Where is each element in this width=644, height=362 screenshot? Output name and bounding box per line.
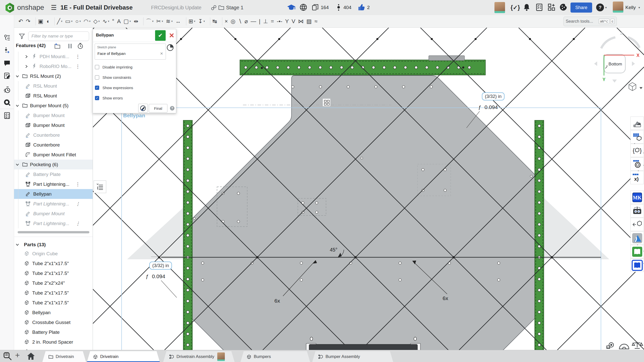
tab-drivetrain[interactable]: Drivetrain bbox=[87, 351, 160, 362]
versions-icon[interactable] bbox=[4, 47, 11, 54]
parallel-tool-icon[interactable]: ∖ bbox=[238, 19, 242, 24]
checkbox-show-expressions[interactable]: ✓Show expressions bbox=[95, 85, 133, 90]
feature-item-bumper-mount-fillet[interactable]: Bumper Mount Fillet bbox=[14, 150, 93, 160]
sketch-name-label[interactable]: Bellypan bbox=[123, 113, 145, 118]
search-tools-box[interactable]: Search tools... alt/⌥ c bbox=[563, 17, 617, 26]
polygon-tool-icon[interactable]: ◇▾ bbox=[93, 19, 100, 24]
feature-menu-icon[interactable]: ⋮ bbox=[76, 64, 80, 69]
tab-drivetrain-assembly[interactable]: Drivetrain Assembly bbox=[163, 351, 235, 362]
parts-header-row[interactable]: Parts (13) bbox=[14, 240, 93, 249]
sketch-plane-field[interactable]: Sketch plane Face of Bellypan ✕ bbox=[95, 44, 166, 60]
feature-item-roborio-mo[interactable]: RoboRIO Mo...⋮ bbox=[14, 61, 93, 71]
view-options-cube-icon[interactable] bbox=[629, 83, 642, 91]
undo-tool-icon[interactable]: ↶ bbox=[18, 19, 23, 24]
feature-item-rsl-mount[interactable]: RSL Mount bbox=[14, 91, 93, 101]
document-title[interactable]: 1E - Full Detail Drivebase bbox=[60, 0, 133, 15]
fix-tool-icon[interactable]: ▨ bbox=[306, 19, 312, 24]
frames-export-app-icon[interactable] bbox=[630, 218, 644, 231]
app-store-icon[interactable] bbox=[548, 4, 555, 11]
versions-count-icon[interactable] bbox=[337, 3, 340, 12]
part-item-2-in-round-spacer[interactable]: 2 in. Round Spacer bbox=[14, 337, 93, 347]
offset-tool-icon[interactable]: ≋▾ bbox=[166, 19, 173, 24]
appearance-app-icon[interactable] bbox=[630, 117, 644, 130]
clear-selection-icon[interactable]: ✕ bbox=[160, 51, 163, 56]
expand-icon[interactable] bbox=[16, 163, 19, 166]
part-item-bellypan[interactable]: Bellypan bbox=[14, 308, 93, 317]
docs-green-app-icon[interactable] bbox=[630, 245, 644, 258]
equal-tool-icon[interactable]: = bbox=[271, 19, 274, 24]
user-name[interactable]: Kelly bbox=[625, 0, 636, 15]
edit-sketch-button[interactable] bbox=[138, 104, 148, 113]
point-tool-icon[interactable]: ° bbox=[112, 19, 114, 24]
notes-icon[interactable] bbox=[4, 72, 11, 79]
feature-menu-icon[interactable]: ⋮ bbox=[76, 182, 80, 187]
vertical-tool-icon[interactable]: | bbox=[259, 19, 261, 24]
rectangle-tool-icon[interactable]: ▭▾ bbox=[65, 19, 73, 24]
feature-item-part-lightening[interactable]: Part Lightening...⋮ bbox=[14, 219, 93, 228]
coincident-tool-icon[interactable]: × bbox=[225, 19, 228, 24]
expand-icon[interactable] bbox=[16, 104, 19, 107]
feature-item-bumper-mount[interactable]: Bumper Mount bbox=[14, 209, 93, 219]
onshape-logo-icon[interactable] bbox=[5, 2, 15, 13]
trim-tool-icon[interactable]: ✂▾ bbox=[156, 19, 163, 24]
checkbox-disable-imprinting[interactable]: Disable imprinting bbox=[95, 64, 132, 70]
final-button[interactable]: Final bbox=[149, 104, 167, 113]
extrude-tool-icon[interactable]: ▣ bbox=[38, 19, 43, 24]
redo-tool-icon[interactable]: ↷ bbox=[26, 19, 30, 24]
feature-item-counterbore[interactable]: Counterbore bbox=[14, 140, 93, 150]
mirror-tool-icon[interactable]: ⇹ bbox=[134, 19, 138, 24]
circle-tool-icon[interactable]: ○▾ bbox=[75, 19, 81, 24]
checkbox-show-errors[interactable]: ✓Show errors bbox=[95, 95, 123, 101]
perpendicular-tool-icon[interactable]: ⊥ bbox=[263, 19, 268, 24]
import-dxf-tool-icon[interactable]: ↧▾ bbox=[198, 19, 205, 24]
home-icon[interactable] bbox=[27, 352, 35, 360]
tangent-tool-icon[interactable]: ⌀ bbox=[244, 19, 248, 24]
smooth-tool-icon[interactable]: ≈ bbox=[314, 19, 317, 24]
tab-bumper-assembly[interactable]: Bumper Assembly bbox=[312, 351, 393, 362]
bom-icon[interactable] bbox=[4, 112, 11, 119]
sketch-list-toggle-button[interactable] bbox=[94, 180, 106, 193]
view-cube[interactable]: Bottom X Y bbox=[594, 32, 642, 91]
suspend-rollback-icon[interactable] bbox=[67, 43, 73, 49]
feature-item-bellypan[interactable]: Bellypan bbox=[14, 189, 93, 199]
arc-tool-icon[interactable]: ◠▾ bbox=[84, 19, 91, 24]
collaborator-avatar[interactable] bbox=[494, 2, 505, 13]
feature-item-counterbore[interactable]: Counterbore bbox=[14, 130, 93, 140]
dialog-help-icon[interactable]: ? bbox=[170, 106, 174, 111]
deferred-icon[interactable] bbox=[167, 44, 174, 51]
checkbox-show-constraints[interactable]: Show constraints bbox=[95, 75, 131, 80]
user-avatar[interactable] bbox=[613, 2, 623, 13]
horizontal-tool-icon[interactable]: — bbox=[251, 19, 256, 24]
comments-icon[interactable] bbox=[4, 60, 11, 67]
spline-tool-icon[interactable]: ∿▾ bbox=[102, 19, 109, 24]
feature-item-rsl-mount-2[interactable]: RSL Mount (2) bbox=[14, 71, 93, 81]
expand-icon[interactable] bbox=[25, 65, 28, 68]
feature-item-bumper-mount[interactable]: Bumper Mount bbox=[14, 111, 93, 120]
release-tasks-icon[interactable] bbox=[536, 4, 543, 11]
feature-list-icon[interactable] bbox=[4, 34, 11, 41]
part-item-tube-2-x2-x24[interactable]: Tube 2"x2"x24" bbox=[14, 278, 93, 288]
sketch-text-tool-icon[interactable]: A bbox=[117, 19, 121, 24]
slot-tool-icon[interactable]: ▢▾ bbox=[124, 19, 131, 24]
feature-item-part-lightening[interactable]: Part Lightening...⋮ bbox=[14, 179, 93, 189]
dimension-tool-icon[interactable]: ↔ bbox=[175, 19, 181, 24]
feature-item-pdh-mounti[interactable]: PDH Mounti...⋮ bbox=[14, 52, 93, 61]
feature-item-pocketing-6[interactable]: Pocketing (6) bbox=[14, 160, 93, 169]
feature-menu-icon[interactable]: ⋮ bbox=[76, 201, 80, 207]
feature-item-rsl-mount[interactable]: RSL Mount bbox=[14, 81, 93, 91]
tape-measure-icon[interactable] bbox=[607, 343, 614, 348]
search-in-model-icon[interactable] bbox=[4, 99, 11, 106]
main-menu-icon[interactable]: ☰ bbox=[51, 0, 57, 15]
checkbox-box[interactable] bbox=[95, 75, 99, 80]
dialog-cancel-button[interactable]: ✕ bbox=[167, 30, 176, 41]
new-tab-button[interactable]: + bbox=[15, 351, 20, 360]
part-item-tube-2-x1-x17-5[interactable]: Tube 2"x1"x17.5" bbox=[14, 288, 93, 298]
custom-table-app-icon[interactable] bbox=[630, 130, 644, 143]
robot-tool-app-icon[interactable] bbox=[630, 204, 644, 218]
thumbs-up-icon[interactable] bbox=[357, 4, 365, 11]
fs-export-app-icon[interactable]: x) bbox=[630, 171, 644, 184]
part-item-tube-2-x1-x17-5[interactable]: Tube 2"x1"x17.5" bbox=[14, 268, 93, 278]
peak-tool-app-icon[interactable] bbox=[630, 231, 644, 245]
featurescript-icon[interactable]: {✓} bbox=[511, 0, 520, 15]
history-icon[interactable] bbox=[4, 86, 11, 93]
